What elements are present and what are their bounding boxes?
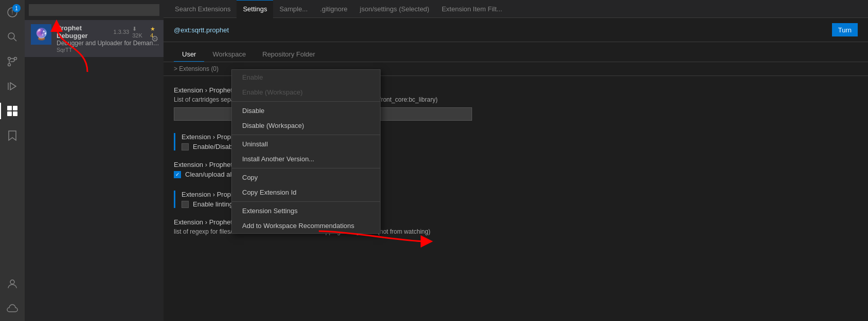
checkbox-cartridges-view[interactable] bbox=[182, 143, 189, 150]
gear-btn[interactable]: ⚙ bbox=[151, 34, 158, 44]
tab-json-settings[interactable]: json/settings (Selected) bbox=[354, 0, 436, 18]
extension-info: Prophet Debugger 1.3.33 ⬇ 32K ★ 4 Debugg… bbox=[57, 24, 159, 53]
tab-settings[interactable]: Settings bbox=[237, 0, 273, 18]
menu-uninstall[interactable]: Uninstall bbox=[232, 137, 380, 152]
menu-enable[interactable]: Enable bbox=[232, 70, 380, 85]
menu-divider-4 bbox=[232, 201, 380, 202]
menu-disable[interactable]: Disable bbox=[232, 103, 380, 118]
settings-tab-repo[interactable]: Repository Folder bbox=[254, 47, 323, 62]
checkbox-clean[interactable]: ✓ bbox=[174, 171, 181, 178]
svg-point-13 bbox=[10, 280, 14, 284]
extension-version: 1.3.33 bbox=[114, 29, 130, 35]
settings-tab-workspace[interactable]: Workspace bbox=[204, 47, 254, 62]
svg-line-3 bbox=[14, 39, 17, 42]
extension-author: SqrTT bbox=[57, 47, 159, 53]
tab-sample[interactable]: Sample... bbox=[273, 0, 314, 18]
source-control-icon-btn[interactable] bbox=[0, 49, 25, 74]
extensions-sidebar: prophet 🔮 Prophet Debugger 1.3.33 ⬇ 32K … bbox=[25, 0, 164, 321]
tab-search-extensions[interactable]: Search Extensions bbox=[169, 0, 237, 18]
svg-marker-7 bbox=[10, 83, 16, 90]
extension-name: Prophet Debugger bbox=[57, 24, 111, 40]
extensions-icon-btn[interactable] bbox=[0, 99, 25, 123]
extension-header: @ext:sqrtt.prophet Turn bbox=[164, 18, 868, 42]
accounts-icon-btn[interactable] bbox=[0, 272, 25, 296]
svg-point-5 bbox=[8, 64, 11, 66]
tabs-bar: Search Extensions Settings Sample... .gi… bbox=[164, 0, 868, 18]
svg-point-4 bbox=[8, 58, 11, 60]
svg-rect-9 bbox=[7, 106, 12, 110]
cloud-icon-btn[interactable] bbox=[0, 296, 25, 321]
svg-rect-12 bbox=[13, 111, 17, 116]
menu-extension-settings[interactable]: Extension Settings bbox=[232, 203, 380, 218]
run-debug-icon-btn[interactable] bbox=[0, 74, 25, 99]
menu-copy[interactable]: Copy bbox=[232, 170, 380, 185]
menu-divider-2 bbox=[232, 135, 380, 135]
svg-rect-10 bbox=[13, 106, 17, 110]
tab-gitignore[interactable]: .gitignore bbox=[314, 0, 353, 18]
bookmark-icon-btn[interactable] bbox=[0, 123, 25, 148]
search-input[interactable]: prophet bbox=[29, 4, 159, 16]
settings-tab-user[interactable]: User bbox=[174, 47, 204, 62]
menu-enable-workspace[interactable]: Enable (Workspace) bbox=[232, 85, 380, 100]
extension-id: @ext:sqrtt.prophet bbox=[174, 26, 229, 34]
notification-icon-btn[interactable]: ! 1 bbox=[0, 0, 25, 25]
svg-rect-11 bbox=[7, 111, 12, 116]
context-menu: Enable Enable (Workspace) Disable Disabl… bbox=[231, 69, 381, 234]
svg-point-2 bbox=[8, 33, 14, 39]
turn-button[interactable]: Turn bbox=[832, 23, 858, 36]
tab-extension-item[interactable]: Extension Item Filt... bbox=[436, 0, 509, 18]
search-icon-btn[interactable] bbox=[0, 25, 25, 49]
settings-tabs: User Workspace Repository Folder bbox=[164, 42, 868, 62]
activity-bar: ! 1 bbox=[0, 0, 25, 321]
checkbox-htmlhint[interactable] bbox=[182, 201, 189, 208]
extension-desc: Debugger and Uploader for Demandw... (Sa… bbox=[57, 40, 159, 47]
menu-install-another[interactable]: Install Another Version... bbox=[232, 152, 380, 166]
menu-divider-3 bbox=[232, 168, 380, 168]
menu-add-workspace-rec[interactable]: Add to Workspace Recommendations bbox=[232, 218, 380, 233]
search-box-container: prophet bbox=[25, 0, 164, 20]
menu-divider-1 bbox=[232, 101, 380, 102]
extension-icon: 🔮 bbox=[31, 24, 51, 45]
notification-badge: 1 bbox=[12, 4, 21, 12]
extension-list-item[interactable]: 🔮 Prophet Debugger 1.3.33 ⬇ 32K ★ 4 Debu… bbox=[25, 20, 164, 57]
menu-disable-workspace[interactable]: Disable (Workspace) bbox=[232, 118, 380, 133]
menu-copy-id[interactable]: Copy Extension Id bbox=[232, 185, 380, 200]
extension-downloads: ⬇ 32K bbox=[132, 26, 147, 39]
